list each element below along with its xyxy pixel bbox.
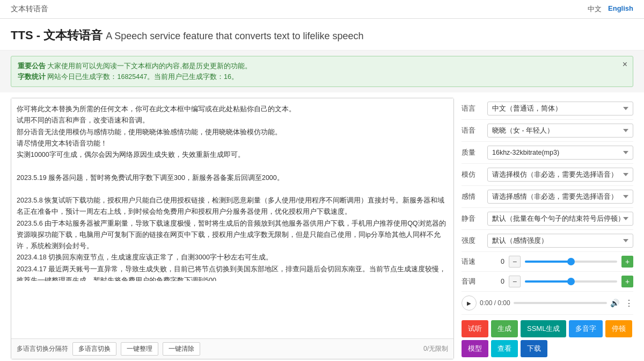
silence-row: 静音 默认（批量在每个句子的结束符号后停顿）: [462, 208, 633, 230]
audio-time: 0:00 / 0:00: [480, 299, 510, 307]
notice-line2: 字数统计 网站今日已生成字数：16825447。当前用户已生成字数：16。: [18, 71, 626, 82]
lang-en[interactable]: English: [608, 4, 633, 14]
language-label: 语言: [462, 104, 487, 113]
speed-label: 语速: [462, 257, 487, 266]
download-button[interactable]: 下载: [521, 340, 547, 357]
speed-plus-button[interactable]: +: [621, 256, 633, 268]
multilang-switch-button[interactable]: 多语言切换: [72, 342, 116, 356]
language-switcher: 中文 English: [588, 4, 633, 14]
volume-icon[interactable]: 🔊: [610, 299, 619, 307]
strength-label: 强度: [462, 236, 487, 246]
language-select[interactable]: 中文（普通话，简体）: [487, 102, 633, 115]
play-button[interactable]: ▶: [462, 295, 477, 311]
imitate-select[interactable]: 请选择模仿（非必选，需要先选择语音）: [487, 168, 633, 182]
speed-minus-button[interactable]: −: [509, 256, 521, 268]
emotion-row: 感情 请选择感情（非必选，需要先选择语音）: [462, 186, 633, 208]
right-panel: 语言 中文（普通话，简体） 语音 晓晓（女 - 年轻人） 质量 16khz-32…: [462, 98, 633, 359]
pitch-fill: [525, 280, 571, 283]
generate-button[interactable]: 生成: [491, 320, 518, 337]
voice-label: 语音: [462, 126, 487, 135]
pause-button[interactable]: 停顿: [605, 320, 632, 337]
notice-title: 重要公告: [18, 62, 46, 70]
strength-row: 强度 默认（感情强度）: [462, 230, 633, 252]
model-button[interactable]: 模型: [462, 340, 488, 357]
heading-english: A Speech service feature that converts t…: [106, 31, 363, 41]
silence-label: 静音: [462, 214, 487, 223]
lang-zh[interactable]: 中文: [588, 4, 602, 14]
emotion-select[interactable]: 请选择感情（非必选，需要先选择语音）: [487, 190, 633, 204]
quality-label: 质量: [462, 148, 487, 157]
pitch-track[interactable]: [525, 280, 617, 283]
strength-select[interactable]: 默认（感情强度）: [487, 234, 633, 248]
pitch-value: 0: [492, 278, 504, 285]
speed-thumb: [567, 258, 575, 265]
textarea-wrapper: [11, 98, 453, 338]
quality-select[interactable]: 16khz-32kbitrate(mp3): [487, 146, 633, 160]
speed-value: 0: [492, 258, 504, 265]
pitch-label: 音调: [462, 277, 487, 286]
imitate-row: 模仿 请选择模仿（非必选，需要先选择语音）: [462, 164, 633, 186]
quality-row: 质量 16khz-32kbitrate(mp3): [462, 142, 633, 164]
pitch-minus-button[interactable]: −: [509, 276, 521, 287]
notice-stats-label: 字数统计: [18, 73, 46, 81]
voice-select[interactable]: 晓晓（女 - 年轻人）: [487, 124, 633, 138]
more-options-icon[interactable]: ⋮: [625, 298, 633, 308]
char-count: 0/无限制: [423, 344, 448, 353]
notice-line1: 重要公告 大家使用前可以先阅读一下文本框内的内容,都是历史更新的功能。: [18, 61, 626, 71]
check-button[interactable]: 查看: [491, 340, 518, 357]
pitch-thumb: [567, 278, 575, 285]
notice-close-button[interactable]: ×: [623, 60, 627, 69]
language-row: 语言 中文（普通话，简体）: [462, 98, 633, 120]
main-text-input[interactable]: [11, 98, 453, 281]
pitch-plus-button[interactable]: +: [621, 276, 633, 287]
textarea-footer: 多语言切换分隔符 多语言切换 一键整理 一键清除 0/无限制: [11, 338, 453, 359]
action-buttons-row: 试听 生成 SSML生成 多音字 停顿 模型 查看 下载: [462, 315, 633, 359]
audio-player-row: ▶ 0:00 / 0:00 🔊 ⋮: [462, 292, 633, 315]
speed-fill: [525, 261, 571, 263]
main-heading: TTS - 文本转语音 A Speech service feature tha…: [0, 19, 644, 50]
heading-chinese: TTS - 文本转语音: [11, 28, 103, 42]
header: 文本转语音 中文 English: [0, 0, 644, 19]
audio-progress-track[interactable]: [514, 302, 607, 304]
silence-select[interactable]: 默认（批量在每个句子的结束符号后停顿）: [487, 212, 633, 226]
clear-button[interactable]: 一键清除: [163, 342, 200, 356]
voice-row: 语音 晓晓（女 - 年轻人）: [462, 120, 633, 142]
speed-row: 语速 0 − +: [462, 252, 633, 272]
speed-track[interactable]: [525, 261, 617, 263]
emotion-label: 感情: [462, 192, 487, 201]
try-button[interactable]: 试听: [462, 320, 488, 337]
imitate-label: 模仿: [462, 170, 487, 179]
header-title: 文本转语音: [11, 4, 48, 14]
ssml-generate-button[interactable]: SSML生成: [521, 320, 566, 337]
notice-banner: 重要公告 大家使用前可以先阅读一下文本框内的内容,都是历史更新的功能。 字数统计…: [11, 56, 633, 87]
separator-label: 多语言切换分隔符: [17, 344, 68, 353]
notice-stats-text: 网站今日已生成字数：16825447。当前用户已生成字数：16。: [47, 73, 238, 81]
notice-text1: 大家使用前可以先阅读一下文本框内的内容,都是历史更新的功能。: [47, 62, 251, 70]
content-area: 多语言切换分隔符 多语言切换 一键整理 一键清除 0/无限制 语言 中文（普通话…: [0, 92, 644, 361]
multi-char-button[interactable]: 多音字: [569, 320, 603, 337]
left-panel: 多语言切换分隔符 多语言切换 一键整理 一键清除 0/无限制: [11, 98, 454, 359]
organize-button[interactable]: 一键整理: [121, 342, 158, 356]
pitch-row: 音调 0 − +: [462, 272, 633, 292]
